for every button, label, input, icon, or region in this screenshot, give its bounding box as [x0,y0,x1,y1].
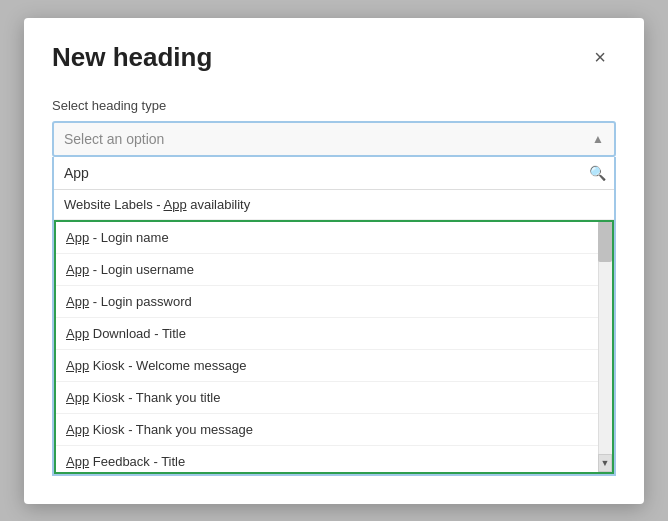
list-item[interactable]: App - Login name [56,222,612,254]
select-placeholder: Select an option [64,131,164,147]
scrollbar-track: ▲ ▼ [598,222,612,472]
select-label: Select heading type [52,98,616,113]
select-display[interactable]: Select an option ▲ [52,121,616,157]
list-item[interactable]: App Kiosk - Thank you title [56,382,612,414]
list-item[interactable]: App Download - Title [56,318,612,350]
partial-prefix: Website Labels - [64,197,163,212]
modal-title: New heading [52,42,212,73]
list-item[interactable]: App Kiosk - Welcome message [56,350,612,382]
partial-item[interactable]: Website Labels - App availability [54,190,614,220]
partial-highlight: App [163,197,186,212]
modal: New heading × Select heading type Select… [24,18,644,504]
list-item[interactable]: App - Login password [56,286,612,318]
partial-suffix: availability [187,197,251,212]
search-input-row: 🔍 [54,157,614,190]
chevron-up-icon: ▲ [592,132,604,146]
scrollbar-thumb[interactable] [598,222,612,262]
scrollbar-down-icon[interactable]: ▼ [598,454,612,472]
dropdown-list-container: App - Login name App - Login username Ap… [54,220,614,474]
search-box-wrapper: 🔍 Website Labels - App availability App … [52,157,616,476]
list-item[interactable]: App Feedback - Title [56,446,612,472]
modal-overlay: New heading × Select heading type Select… [0,0,668,521]
dropdown-list: App - Login name App - Login username Ap… [56,222,612,472]
list-item[interactable]: App Kiosk - Thank you message [56,414,612,446]
search-icon: 🔍 [589,165,606,181]
close-button[interactable]: × [584,42,616,74]
list-item[interactable]: App - Login username [56,254,612,286]
search-input[interactable] [62,161,589,185]
select-container: Select an option ▲ 🔍 Website Labels - Ap… [52,121,616,476]
modal-header: New heading × [52,42,616,74]
